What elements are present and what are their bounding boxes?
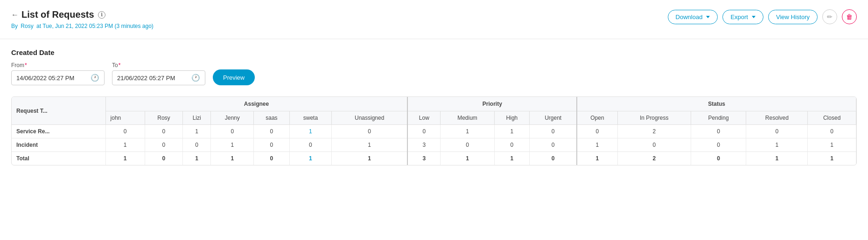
cell-status-3: 0	[746, 125, 808, 138]
cell-status-3: 1	[746, 152, 808, 165]
cell-assignee-2: 0	[183, 138, 211, 152]
export-label: Export	[730, 14, 748, 21]
cell-assignee-2: 1	[183, 152, 211, 165]
cell-status-4: 1	[808, 138, 856, 152]
col-pending: Pending	[691, 111, 746, 125]
cell-priority-3: 0	[530, 138, 577, 152]
header-actions: Download Export View History ✏ 🗑	[668, 9, 857, 24]
cell-assignee-3: 0	[211, 125, 254, 138]
back-arrow-icon: ←	[11, 11, 19, 19]
from-label: From*	[11, 62, 105, 69]
delete-button[interactable]: 🗑	[842, 9, 857, 24]
cell-assignee-4: 0	[254, 138, 290, 152]
table-body: Service Re...0010010011002000Incident100…	[12, 125, 856, 165]
col-lizi: Lizi	[183, 111, 211, 125]
from-filter-group: From* 🕐	[11, 62, 105, 85]
cell-priority-0: 3	[407, 152, 440, 165]
cell-assignee-6: 1	[332, 152, 408, 165]
col-resolved: Resolved	[746, 111, 808, 125]
cell-assignee-0: 1	[105, 152, 145, 165]
cell-assignee-4: 0	[254, 125, 290, 138]
filter-row: From* 🕐 To* 🕐 Preview	[11, 62, 857, 85]
clock-icon-to: 🕐	[191, 74, 200, 82]
cell-assignee-3: 1	[211, 152, 254, 165]
col-closed: Closed	[808, 111, 856, 125]
cell-priority-1: 0	[441, 138, 495, 152]
table-col-header: john Rosy Lizi Jenny saas sweta Unassign…	[12, 111, 856, 125]
export-button[interactable]: Export	[722, 10, 763, 24]
col-sweta: sweta	[289, 111, 331, 125]
download-label: Download	[676, 14, 703, 21]
cell-status-4: 0	[808, 125, 856, 138]
cell-assignee-6: 1	[332, 138, 408, 152]
col-saas: saas	[254, 111, 290, 125]
cell-priority-0: 3	[407, 138, 440, 152]
to-date-input-wrapper[interactable]: 🕐	[112, 70, 205, 85]
back-link[interactable]: ← List of Requests ℹ	[11, 9, 154, 20]
cell-status-0: 0	[577, 125, 617, 138]
to-date-input[interactable]	[117, 75, 188, 82]
request-type-col-header: Request T...	[12, 97, 105, 125]
filter-title: Created Date	[11, 48, 857, 56]
from-date-input[interactable]	[16, 75, 87, 82]
cell-link[interactable]: 1	[309, 155, 312, 162]
cell-assignee-6: 0	[332, 125, 408, 138]
col-urgent: Urgent	[530, 111, 577, 125]
cell-link[interactable]: 1	[309, 128, 312, 135]
cell-priority-1: 1	[441, 152, 495, 165]
cell-assignee-3: 1	[211, 138, 254, 152]
edit-button[interactable]: ✏	[822, 9, 837, 24]
cell-priority-3: 0	[530, 152, 577, 165]
col-jenny: Jenny	[211, 111, 254, 125]
cell-assignee-1: 0	[145, 125, 182, 138]
page-header: ← List of Requests ℹ By Rosy at Tue, Jun…	[11, 9, 857, 29]
col-low: Low	[407, 111, 440, 125]
cell-assignee-2: 1	[183, 125, 211, 138]
to-filter-group: To* 🕐	[112, 62, 205, 85]
priority-group-header: Priority	[407, 97, 577, 111]
to-label: To*	[112, 62, 205, 69]
cell-status-0: 1	[577, 152, 617, 165]
from-date-input-wrapper[interactable]: 🕐	[11, 70, 105, 85]
subtitle-prefix: By	[11, 23, 18, 29]
cell-assignee-0: 0	[105, 125, 145, 138]
clock-icon-from: 🕐	[91, 74, 99, 82]
header-left: ← List of Requests ℹ By Rosy at Tue, Jun…	[11, 9, 154, 29]
col-open: Open	[577, 111, 617, 125]
cell-status-0: 1	[577, 138, 617, 152]
info-icon[interactable]: ℹ	[98, 11, 105, 19]
cell-assignee-5: 1	[289, 125, 331, 138]
page-title: List of Requests ℹ	[21, 9, 105, 20]
divider	[0, 39, 868, 39]
cell-assignee-1: 0	[145, 138, 182, 152]
cell-status-1: 0	[617, 138, 691, 152]
view-history-button[interactable]: View History	[768, 10, 818, 24]
col-high: High	[494, 111, 529, 125]
row-name: Service Re...	[12, 125, 105, 138]
subtitle-user: Rosy	[21, 23, 33, 29]
cell-status-2: 0	[691, 125, 746, 138]
cell-status-1: 2	[617, 152, 691, 165]
table-row: Service Re...0010010011002000	[12, 125, 856, 138]
page-title-text: List of Requests	[21, 9, 94, 20]
export-chevron-icon	[752, 16, 756, 18]
cell-assignee-1: 0	[145, 152, 182, 165]
assignee-group-header: Assignee	[105, 97, 407, 111]
cell-status-2: 0	[691, 138, 746, 152]
table-row: Total1011011311012011	[12, 152, 856, 165]
cell-priority-0: 0	[407, 125, 440, 138]
cell-assignee-5: 0	[289, 138, 331, 152]
preview-button[interactable]: Preview	[213, 69, 255, 85]
cell-priority-2: 1	[494, 125, 529, 138]
row-name: Total	[12, 152, 105, 165]
filter-section: Created Date From* 🕐 To* 🕐	[11, 48, 857, 85]
cell-priority-1: 1	[441, 125, 495, 138]
cell-assignee-0: 1	[105, 138, 145, 152]
cell-status-2: 0	[691, 152, 746, 165]
view-history-label: View History	[776, 14, 810, 21]
download-button[interactable]: Download	[668, 10, 718, 24]
table-row: Incident1001001300010011	[12, 138, 856, 152]
cell-assignee-4: 0	[254, 152, 290, 165]
col-medium: Medium	[441, 111, 495, 125]
cell-priority-2: 0	[494, 138, 529, 152]
